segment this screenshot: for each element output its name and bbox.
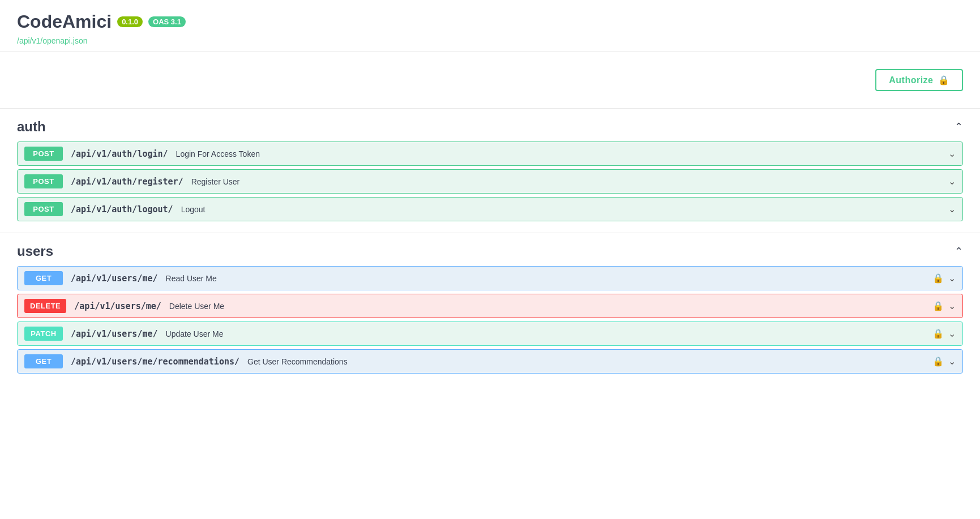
endpoint-chevron-auth-2[interactable]: ⌄: [948, 204, 956, 215]
app-name: CodeAmici: [17, 11, 112, 32]
method-badge-users-3: GET: [24, 354, 63, 368]
endpoint-lock-icon: 🔒: [932, 328, 944, 339]
app-header: CodeAmici 0.1.0 OAS 3.1 /api/v1/openapi.…: [0, 0, 980, 52]
endpoint-chevron-auth-1[interactable]: ⌄: [948, 176, 956, 187]
endpoint-lock-icon: 🔒: [932, 301, 944, 311]
endpoint-row-users-1[interactable]: DELETE /api/v1/users/me/ Delete User Me …: [17, 294, 963, 318]
endpoint-path-users-1: /api/v1/users/me/: [74, 301, 161, 311]
endpoint-row-users-3[interactable]: GET /api/v1/users/me/recommendations/ Ge…: [17, 349, 963, 374]
endpoint-right-auth-0: ⌄: [948, 148, 956, 159]
endpoint-path-users-3: /api/v1/users/me/recommendations/: [71, 357, 239, 367]
endpoint-chevron-users-0[interactable]: ⌄: [948, 273, 956, 284]
endpoint-desc-users-0: Read User Me: [166, 274, 932, 283]
method-badge-auth-1: POST: [24, 174, 63, 188]
endpoint-path-users-0: /api/v1/users/me/: [71, 273, 158, 284]
method-badge-auth-2: POST: [24, 202, 63, 216]
endpoint-chevron-users-1[interactable]: ⌄: [948, 301, 956, 311]
endpoint-path-users-2: /api/v1/users/me/: [71, 329, 158, 339]
section-title-auth: auth: [17, 119, 46, 135]
endpoint-path-auth-2: /api/v1/auth/logout/: [71, 204, 173, 215]
section-auth: auth ⌃ POST /api/v1/auth/login/ Login Fo…: [0, 108, 980, 221]
authorize-label: Authorize: [889, 75, 933, 85]
endpoint-desc-users-1: Delete User Me: [169, 302, 932, 311]
authorize-section: Authorize 🔒: [0, 52, 980, 108]
method-badge-users-2: PATCH: [24, 327, 63, 341]
section-title-users: users: [17, 243, 53, 259]
sections-container: auth ⌃ POST /api/v1/auth/login/ Login Fo…: [0, 108, 980, 374]
endpoint-row-auth-0[interactable]: POST /api/v1/auth/login/ Login For Acces…: [17, 141, 963, 166]
endpoint-lock-icon: 🔒: [932, 273, 944, 284]
section-header-auth[interactable]: auth ⌃: [17, 109, 963, 141]
method-badge-auth-0: POST: [24, 147, 63, 161]
endpoint-right-users-2: 🔒 ⌄: [932, 328, 956, 339]
endpoint-desc-auth-2: Logout: [181, 205, 948, 214]
endpoint-row-users-0[interactable]: GET /api/v1/users/me/ Read User Me 🔒 ⌄: [17, 266, 963, 290]
endpoint-right-users-1: 🔒 ⌄: [932, 301, 956, 311]
endpoint-right-users-3: 🔒 ⌄: [932, 356, 956, 367]
endpoint-right-auth-1: ⌄: [948, 176, 956, 187]
endpoint-right-users-0: 🔒 ⌄: [932, 273, 956, 284]
oas-badge: OAS 3.1: [148, 16, 186, 27]
endpoint-desc-users-3: Get User Recommendations: [247, 357, 932, 366]
endpoint-row-auth-2[interactable]: POST /api/v1/auth/logout/ Logout ⌄: [17, 197, 963, 221]
endpoint-desc-users-2: Update User Me: [166, 329, 932, 338]
section-chevron-auth[interactable]: ⌃: [955, 121, 963, 133]
endpoint-row-users-2[interactable]: PATCH /api/v1/users/me/ Update User Me 🔒…: [17, 321, 963, 346]
authorize-button[interactable]: Authorize 🔒: [875, 69, 963, 91]
lock-icon: 🔒: [938, 75, 950, 85]
api-url-link[interactable]: /api/v1/openapi.json: [17, 36, 88, 45]
endpoint-chevron-users-2[interactable]: ⌄: [948, 328, 956, 339]
endpoint-right-auth-2: ⌄: [948, 204, 956, 215]
section-chevron-users[interactable]: ⌃: [955, 245, 963, 258]
method-badge-users-1: DELETE: [24, 299, 66, 313]
section-header-users[interactable]: users ⌃: [17, 233, 963, 266]
endpoint-path-auth-0: /api/v1/auth/login/: [71, 149, 168, 159]
version-badge: 0.1.0: [117, 16, 143, 27]
endpoint-row-auth-1[interactable]: POST /api/v1/auth/register/ Register Use…: [17, 169, 963, 194]
endpoint-chevron-users-3[interactable]: ⌄: [948, 356, 956, 367]
endpoint-desc-auth-0: Login For Access Token: [176, 149, 948, 158]
endpoint-lock-icon: 🔒: [932, 356, 944, 367]
app-title-row: CodeAmici 0.1.0 OAS 3.1: [17, 11, 963, 32]
endpoint-chevron-auth-0[interactable]: ⌄: [948, 148, 956, 159]
endpoint-path-auth-1: /api/v1/auth/register/: [71, 177, 183, 187]
endpoint-desc-auth-1: Register User: [191, 177, 948, 186]
method-badge-users-0: GET: [24, 271, 63, 285]
section-users: users ⌃ GET /api/v1/users/me/ Read User …: [0, 233, 980, 374]
